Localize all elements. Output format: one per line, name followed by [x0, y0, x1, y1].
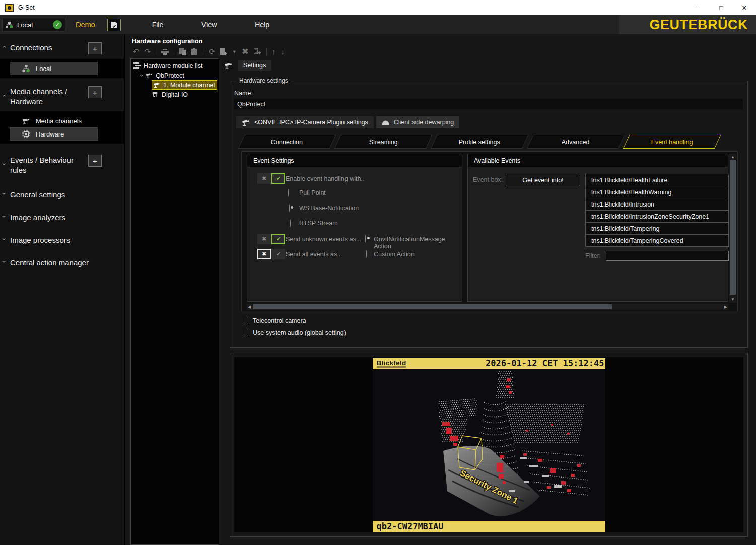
radio-pull-point[interactable]: [288, 189, 289, 197]
event-list-item[interactable]: tns1:Blickfeld/Intrusion: [585, 198, 729, 211]
sidebar-section-image-analyzers[interactable]: › Image analyzers: [0, 212, 124, 223]
enable-event-handling-toggle[interactable]: ✖ ✔: [257, 173, 285, 184]
event-list-item[interactable]: tns1:Blickfeld/TamperingCovered: [585, 234, 729, 247]
filter-label: Filter:: [585, 252, 601, 259]
tree-node-module-channel[interactable]: 1. Module channel: [152, 80, 217, 90]
horizontal-scrollbar[interactable]: ◀ ▶: [247, 304, 728, 310]
connection-ok-icon: ✓: [53, 20, 62, 29]
sidebar-section-media-hardware[interactable]: › Media channels / Hardware +: [0, 86, 124, 107]
scroll-left-icon[interactable]: ◀: [248, 304, 251, 310]
tree-node-qbprotect[interactable]: › QbProtect: [133, 71, 219, 80]
toggle-check-icon[interactable]: ✔: [271, 234, 285, 244]
available-events-panel: Available Events Event box: Get event in…: [467, 154, 728, 302]
radio-onvif-notification-action[interactable]: [365, 235, 366, 243]
paste-icon[interactable]: [189, 48, 200, 55]
sidebar-section-events-rules[interactable]: › Events / Behaviour rules +: [0, 155, 124, 175]
event-list-item[interactable]: tns1:Blickfeld/HealthWarning: [585, 186, 729, 198]
menu-file[interactable]: File: [146, 21, 170, 29]
maximize-button[interactable]: □: [710, 0, 733, 15]
filter-input[interactable]: [606, 251, 729, 261]
menu-help[interactable]: Help: [249, 21, 276, 29]
assign-channel-icon[interactable]: [251, 48, 264, 55]
window-titlebar: G-Set − □ ✕: [0, 0, 756, 15]
chevron-down-icon[interactable]: ›: [141, 73, 143, 78]
window-title: G-Set: [18, 4, 35, 11]
scroll-up-icon[interactable]: ▲: [729, 155, 736, 159]
add-module-icon[interactable]: [218, 48, 230, 56]
scroll-down-icon[interactable]: ▼: [729, 297, 736, 302]
toggle-x-icon[interactable]: ✖: [257, 234, 271, 244]
apply-changes-button[interactable]: [107, 19, 121, 31]
network-connection-icon: [6, 22, 13, 28]
send-unknown-events-toggle[interactable]: ✖ ✔: [257, 234, 285, 244]
tree-node-digital-io[interactable]: Digital-IO: [133, 90, 219, 99]
telecontrol-camera-checkbox[interactable]: Telecontrol camera: [242, 317, 306, 324]
radio-rtsp-stream[interactable]: [290, 219, 291, 227]
dropdown-caret-icon[interactable]: ▼: [230, 48, 239, 56]
get-event-info-button[interactable]: Get event info!: [506, 174, 580, 186]
tab-advanced[interactable]: Advanced: [527, 135, 625, 149]
checkbox-icon[interactable]: [242, 318, 248, 324]
navigation-sidebar: › Connections + Local › Media channels /…: [0, 34, 124, 545]
sidebar-section-central-action-manager[interactable]: › Central action manager: [0, 257, 124, 268]
toggle-check-icon[interactable]: ✔: [271, 249, 285, 259]
print-icon[interactable]: [159, 49, 171, 55]
network-connection-icon: [22, 65, 30, 72]
vertical-scrollbar[interactable]: ▲ ▼: [729, 154, 736, 303]
tab-settings[interactable]: Settings: [224, 60, 271, 71]
radio-custom-action[interactable]: [366, 250, 367, 258]
tab-streaming[interactable]: Streaming: [334, 135, 433, 149]
close-button[interactable]: ✕: [733, 0, 756, 15]
redo-icon[interactable]: ↷: [142, 48, 154, 56]
scroll-right-icon[interactable]: ▶: [724, 304, 727, 310]
sidebar-item-media-channels[interactable]: Media channels: [10, 114, 98, 127]
tab-connection[interactable]: Connection: [238, 135, 336, 149]
event-box-label: Event box:: [473, 176, 503, 183]
tab-event-handling[interactable]: Event handling: [623, 135, 721, 149]
camera-icon: [146, 72, 153, 79]
brand-logo: GEUTEBRÜCK: [649, 17, 748, 33]
delete-icon[interactable]: ✖: [239, 48, 251, 56]
copy-icon[interactable]: [177, 48, 189, 55]
event-list-item[interactable]: tns1:Blickfeld/Tampering: [585, 222, 729, 235]
video-frame[interactable]: Blickfeld 2026-01-12 CET 15:12:45: [373, 358, 605, 532]
toggle-x-icon[interactable]: ✖: [257, 173, 271, 184]
checkbox-icon[interactable]: [242, 330, 248, 336]
undo-icon[interactable]: ↶: [130, 48, 142, 56]
radio-ws-base-notification[interactable]: [289, 204, 290, 212]
event-list-item[interactable]: tns1:Blickfeld/HealthFailure: [585, 174, 729, 186]
refresh-icon[interactable]: ⟳: [206, 48, 218, 56]
toggle-check-icon[interactable]: ✔: [271, 173, 285, 184]
camera-icon: [153, 82, 160, 88]
sidebar-section-general-settings[interactable]: › General settings: [0, 189, 124, 200]
top-bar: Local ✓ Demo File View Help GEUTEBRÜCK: [0, 15, 756, 34]
pointcloud-image: Security Zone 1: [373, 369, 605, 521]
scrollbar-thumb[interactable]: [730, 160, 736, 295]
sidebar-section-image-processors[interactable]: › Image processors: [0, 235, 124, 245]
video-timestamp: 2026-01-12 CET 15:12:45: [486, 358, 604, 368]
add-media-channel-button[interactable]: +: [88, 86, 102, 98]
tab-ip-camera-plugin-settings[interactable]: <ONVIF IPC> IP-Camera Plugin settings: [236, 116, 374, 128]
camera-icon: [224, 62, 233, 70]
sidebar-item-local[interactable]: Local: [10, 62, 98, 75]
scrollbar-thumb[interactable]: [253, 304, 612, 309]
send-all-events-toggle[interactable]: ✖ ✔: [257, 249, 285, 259]
connection-selector[interactable]: Local ✓: [2, 18, 65, 32]
sidebar-section-connections[interactable]: › Connections +: [0, 42, 124, 54]
tree-root-hardware-module-list[interactable]: Hardware module list: [133, 61, 219, 71]
event-list-item[interactable]: tns1:Blickfeld/IntrusionZoneSecurityZone…: [585, 210, 729, 223]
add-connection-button[interactable]: +: [88, 42, 102, 54]
add-event-rule-button[interactable]: +: [88, 155, 102, 167]
document-check-icon: [111, 21, 117, 29]
menu-view[interactable]: View: [195, 21, 223, 29]
toggle-x-icon[interactable]: ✖: [257, 249, 271, 259]
tab-client-side-dewarping[interactable]: Client side dewarping: [376, 116, 460, 128]
move-up-icon[interactable]: ↑: [269, 48, 279, 56]
name-input[interactable]: [234, 99, 743, 109]
sidebar-item-hardware[interactable]: Hardware: [10, 127, 98, 141]
minimize-button[interactable]: −: [686, 0, 710, 15]
tab-profile-settings[interactable]: Profile settings: [431, 135, 529, 149]
use-system-audio-checkbox[interactable]: Use system audio (global setting): [242, 329, 346, 336]
move-down-icon[interactable]: ↓: [278, 48, 287, 56]
blickfeld-logo: Blickfeld: [377, 360, 406, 368]
